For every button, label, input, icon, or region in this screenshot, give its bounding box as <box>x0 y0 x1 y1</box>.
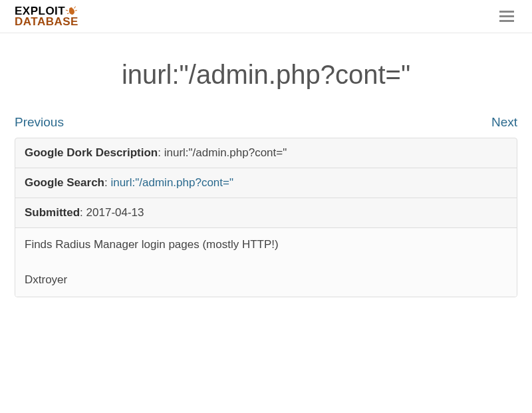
svg-line-4 <box>67 13 69 14</box>
next-link[interactable]: Next <box>491 115 517 130</box>
page-title: inurl:"/admin.php?cont=" <box>15 60 517 90</box>
search-row: Google Search: inurl:"/admin.php?cont=" <box>15 168 517 198</box>
site-logo[interactable]: EXPLOIT DATABASE <box>15 6 78 27</box>
menu-toggle-button[interactable] <box>496 7 517 25</box>
google-search-link[interactable]: inurl:"/admin.php?cont=" <box>110 176 233 189</box>
previous-link[interactable]: Previous <box>15 115 64 130</box>
description-value: inurl:"/admin.php?cont=" <box>164 146 287 159</box>
svg-line-5 <box>75 10 77 11</box>
navbar: EXPLOIT DATABASE <box>0 0 532 33</box>
pagination-nav: Previous Next <box>15 115 517 130</box>
search-label: Google Search <box>25 176 104 189</box>
svg-line-3 <box>74 7 76 9</box>
description-label: Google Dork Description <box>25 146 158 159</box>
body-content: Finds Radius Manager login pages (mostly… <box>15 228 517 297</box>
submitted-row: Submitted: 2017-04-13 <box>15 198 517 228</box>
description-row: Google Dork Description: inurl:"/admin.p… <box>15 138 517 168</box>
svg-line-2 <box>66 9 68 11</box>
hamburger-icon <box>499 11 514 13</box>
logo-text-bottom: DATABASE <box>15 17 78 27</box>
submitted-label: Submitted <box>25 206 80 219</box>
submitted-value: 2017-04-13 <box>86 206 144 219</box>
main-container: inurl:"/admin.php?cont=" Previous Next G… <box>0 60 532 297</box>
details-card: Google Dork Description: inurl:"/admin.p… <box>15 138 517 297</box>
